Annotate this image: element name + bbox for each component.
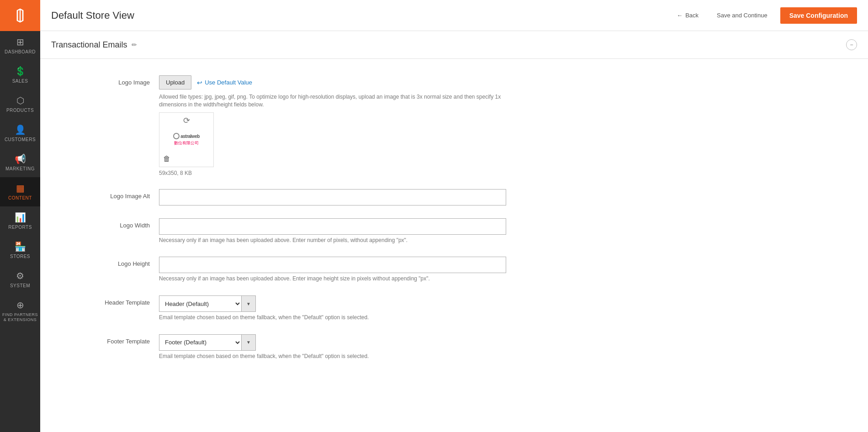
collapse-button[interactable]: −	[846, 39, 857, 50]
sidebar-item-stores-label: STORES	[10, 254, 30, 259]
customers-icon: 👤	[15, 124, 26, 135]
partners-icon: ⊕	[16, 300, 24, 311]
logo-height-hint: Necessary only if an image has been uplo…	[159, 275, 506, 283]
use-default-label: Use Default Value	[205, 79, 252, 86]
image-edit-icon: ⟳	[183, 116, 190, 126]
page-title: Default Store View	[51, 10, 664, 21]
products-icon: ⬡	[16, 95, 24, 106]
sidebar: ⊞ DASHBOARD 💲 SALES ⬡ PRODUCTS 👤 CUSTOME…	[0, 0, 40, 432]
sidebar-item-find-partners-label: FIND PARTNERS & EXTENSIONS	[2, 312, 38, 322]
footer-template-row: Footer Template Footer (Default) Footer …	[40, 329, 868, 366]
sidebar-item-content-label: CONTENT	[8, 195, 32, 201]
footer-template-label: Footer Template	[58, 334, 159, 345]
save-continue-button[interactable]: Save and Continue	[711, 8, 773, 22]
logo-image-alt-row: Logo Image Alt	[40, 184, 868, 211]
back-label: Back	[685, 12, 699, 19]
logo-image-alt-label: Logo Image Alt	[58, 189, 159, 200]
sidebar-item-find-partners[interactable]: ⊕ FIND PARTNERS & EXTENSIONS	[0, 294, 40, 328]
logo-image-preview: ⟳ astralweb 數位有限公司 🗑	[159, 112, 214, 167]
logo-image-label: Logo Image	[58, 75, 159, 86]
header-template-select[interactable]: Header (Default) Header	[159, 295, 241, 312]
sidebar-item-dashboard[interactable]: ⊞ DASHBOARD	[0, 31, 40, 60]
sidebar-item-stores[interactable]: 🏪 STORES	[0, 236, 40, 265]
logo-upload-hint: Allowed file types: jpg, jpeg, gif, png.…	[159, 93, 506, 109]
sidebar-item-dashboard-label: DASHBOARD	[5, 49, 36, 55]
sidebar-item-system[interactable]: ⚙ SYSTEM	[0, 265, 40, 294]
logo-top-row: astralweb	[173, 133, 200, 139]
footer-template-dropdown-btn[interactable]: ▼	[241, 334, 256, 351]
save-config-button[interactable]: Save Configuration	[780, 7, 857, 24]
main-area: Default Store View ← Back Save and Conti…	[40, 0, 868, 432]
footer-template-select[interactable]: Footer (Default) Footer	[159, 334, 241, 351]
sidebar-item-content[interactable]: ▦ CONTENT	[0, 177, 40, 206]
logo-image-alt-input[interactable]	[159, 189, 506, 205]
dashboard-icon: ⊞	[16, 37, 24, 47]
edit-section-icon[interactable]: ✏	[132, 41, 137, 48]
header-template-label: Header Template	[58, 295, 159, 306]
content-area: Transactional Emails ✏ − Logo Image Uplo…	[40, 31, 868, 432]
sidebar-item-sales[interactable]: 💲 SALES	[0, 60, 40, 90]
sidebar-item-reports[interactable]: 📊 REPORTS	[0, 206, 40, 236]
logo-height-row: Logo Height Necessary only if an image h…	[40, 251, 868, 288]
image-size-text: 59x350, 8 KB	[159, 170, 506, 176]
sidebar-item-customers-label: CUSTOMERS	[5, 137, 36, 142]
footer-template-control: Footer (Default) Footer ▼ Email template…	[159, 334, 506, 360]
header-template-control: Header (Default) Header ▼ Email template…	[159, 295, 506, 321]
footer-template-hint: Email template chosen based on theme fal…	[159, 353, 506, 360]
reports-icon: 📊	[15, 212, 26, 223]
upload-button[interactable]: Upload	[159, 75, 191, 90]
back-button[interactable]: ← Back	[671, 8, 704, 22]
form-body: Logo Image Upload ↩ Use Default Value Al…	[40, 59, 868, 379]
section-header: Transactional Emails ✏ −	[40, 31, 868, 59]
section-title-wrap: Transactional Emails ✏	[51, 40, 137, 50]
logo-height-input[interactable]	[159, 257, 506, 273]
marketing-icon: 📢	[15, 153, 26, 164]
sidebar-item-products-label: PRODUCTS	[6, 108, 34, 113]
sidebar-item-reports-label: REPORTS	[8, 225, 32, 230]
astralweb-logo-preview: astralweb 數位有限公司	[169, 129, 203, 150]
sidebar-item-products[interactable]: ⬡ PRODUCTS	[0, 90, 40, 119]
upload-row: Upload ↩ Use Default Value	[159, 75, 506, 90]
use-default-button[interactable]: ↩ Use Default Value	[197, 77, 252, 88]
collapse-icon-symbol: −	[850, 42, 853, 48]
sales-icon: 💲	[15, 66, 26, 77]
logo-circle-shape	[173, 133, 180, 139]
logo-image-alt-control	[159, 189, 506, 205]
back-arrow-icon: ←	[677, 12, 683, 19]
image-delete-icon[interactable]: 🗑	[163, 155, 170, 163]
sidebar-item-marketing-label: MARKETING	[5, 166, 35, 172]
logo-height-label: Logo Height	[58, 257, 159, 267]
logo-width-input[interactable]	[159, 218, 506, 235]
logo-width-label: Logo Width	[58, 218, 159, 229]
header-template-hint: Email template chosen based on theme fal…	[159, 314, 506, 321]
header-template-select-wrap: Header (Default) Header ▼	[159, 295, 506, 312]
logo-image-row: Logo Image Upload ↩ Use Default Value Al…	[40, 70, 868, 182]
content-icon: ▦	[16, 183, 25, 194]
logo-width-control: Necessary only if an image has been uplo…	[159, 218, 506, 244]
sidebar-item-system-label: SYSTEM	[10, 283, 30, 289]
logo-width-row: Logo Width Necessary only if an image ha…	[40, 213, 868, 250]
logo-image-control: Upload ↩ Use Default Value Allowed file …	[159, 75, 506, 176]
topbar: Default Store View ← Back Save and Conti…	[40, 0, 868, 31]
sidebar-item-sales-label: SALES	[12, 79, 28, 84]
use-default-icon: ↩	[197, 79, 202, 86]
logo-height-control: Necessary only if an image has been uplo…	[159, 257, 506, 283]
header-template-row: Header Template Header (Default) Header …	[40, 290, 868, 327]
footer-template-select-wrap: Footer (Default) Footer ▼	[159, 334, 506, 351]
logo-text-cn: 數位有限公司	[174, 140, 199, 146]
sidebar-item-customers[interactable]: 👤 CUSTOMERS	[0, 119, 40, 148]
section-title-text: Transactional Emails	[51, 40, 127, 50]
sidebar-item-marketing[interactable]: 📢 MARKETING	[0, 148, 40, 177]
logo-text-en: astralweb	[180, 134, 200, 139]
logo-width-hint: Necessary only if an image has been uplo…	[159, 237, 506, 244]
system-icon: ⚙	[16, 270, 24, 281]
stores-icon: 🏪	[15, 241, 26, 252]
magento-logo[interactable]	[0, 0, 40, 31]
header-template-dropdown-btn[interactable]: ▼	[241, 295, 256, 312]
